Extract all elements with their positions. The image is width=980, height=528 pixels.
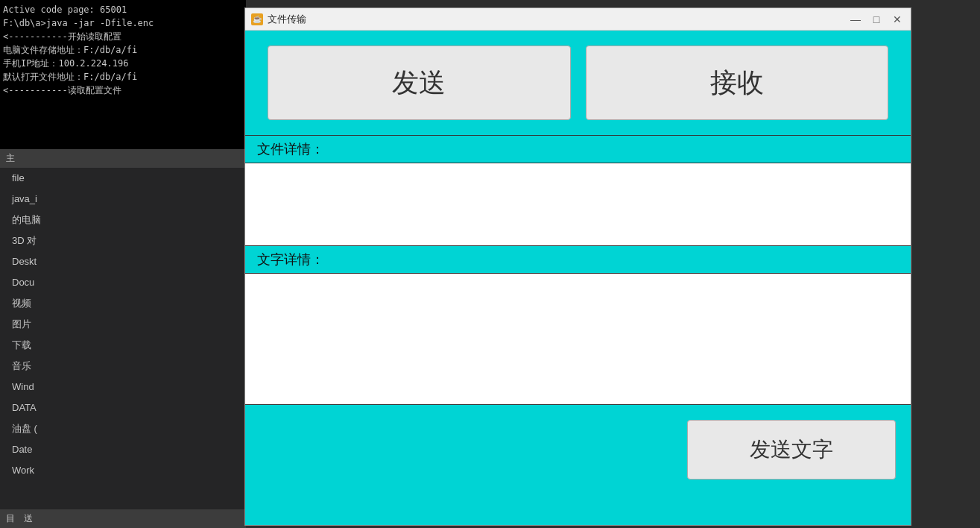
terminal-line-7: <-----------读取配置文件: [3, 84, 243, 97]
file-item-pictures[interactable]: 图片: [0, 314, 246, 335]
window-content: 发送 接收 文件详情： 文字详情： 发送文字: [245, 31, 911, 525]
action-buttons-row: 发送 接收: [245, 31, 911, 135]
file-details-label: 文件详情：: [245, 136, 911, 163]
bottom-tab-2[interactable]: 送: [24, 512, 33, 525]
close-button[interactable]: ✕: [890, 12, 905, 27]
explorer-header-label: 主: [6, 152, 15, 165]
file-item-3d[interactable]: 3D 对: [0, 230, 246, 251]
file-item-windows[interactable]: Wind: [0, 377, 246, 397]
terminal-line-3: <-----------开始读取配置: [3, 30, 243, 43]
file-item-documents[interactable]: Docu: [0, 272, 246, 293]
terminal-line-2: F:\db\a>java -jar -Dfile.enc: [3, 16, 243, 30]
file-item-file[interactable]: file: [0, 168, 246, 189]
explorer-bottom-bar: 目 送: [0, 509, 246, 528]
file-item-music[interactable]: 音乐: [0, 356, 246, 377]
window-title: 文件传输: [268, 13, 848, 26]
file-item-desktop[interactable]: Deskt: [0, 251, 246, 272]
bottom-tab-1[interactable]: 目: [6, 512, 15, 525]
bottom-area: 发送文字: [245, 405, 911, 525]
file-item-date[interactable]: Date: [0, 439, 246, 460]
file-item-computer[interactable]: 的电脑: [0, 210, 246, 230]
file-item-java[interactable]: java_i: [0, 189, 246, 210]
file-item-disk[interactable]: 油盘 (: [0, 418, 246, 439]
window-icon: ☕: [251, 13, 263, 25]
file-item-work[interactable]: Work: [0, 460, 246, 481]
file-explorer: 主 file java_i 的电脑 3D 对 Deskt Docu 视频 图片 …: [0, 149, 246, 528]
text-details-area: [245, 274, 911, 404]
maximize-button[interactable]: □: [869, 12, 884, 27]
send-text-button[interactable]: 发送文字: [687, 420, 896, 480]
file-item-data[interactable]: DATA: [0, 397, 246, 418]
file-item-downloads[interactable]: 下载: [0, 335, 246, 356]
file-explorer-header: 主: [0, 149, 246, 168]
send-button[interactable]: 发送: [268, 45, 571, 120]
window-titlebar: ☕ 文件传输 — □ ✕: [245, 8, 911, 31]
file-transfer-window: ☕ 文件传输 — □ ✕ 发送 接收 文件详情： 文字详情： 发送文字: [244, 7, 911, 526]
terminal-line-5: 手机IP地址：100.2.224.196: [3, 57, 243, 70]
minimize-button[interactable]: —: [848, 12, 863, 27]
terminal-line-6: 默认打开文件地址：F:/db/a/fi: [3, 70, 243, 84]
titlebar-controls: — □ ✕: [848, 12, 905, 27]
terminal-area: Active code page: 65001 F:\db\a>java -ja…: [0, 0, 246, 149]
file-item-video[interactable]: 视频: [0, 293, 246, 314]
terminal-line-1: Active code page: 65001: [3, 3, 243, 16]
receive-button[interactable]: 接收: [586, 45, 889, 120]
terminal-line-4: 电脑文件存储地址：F:/db/a/fi: [3, 43, 243, 57]
file-details-area: [245, 163, 911, 245]
left-panel: Active code page: 65001 F:\db\a>java -ja…: [0, 0, 246, 528]
text-details-label: 文字详情：: [245, 246, 911, 273]
